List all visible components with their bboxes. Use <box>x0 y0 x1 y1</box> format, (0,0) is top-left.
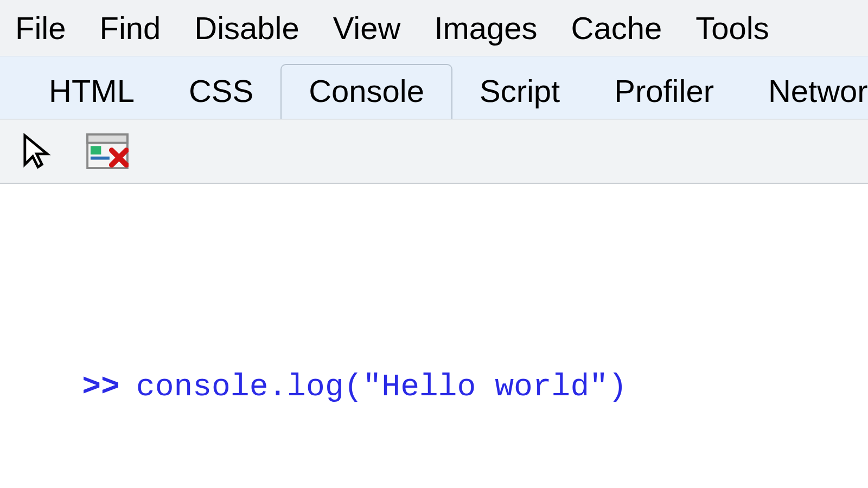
menu-find[interactable]: Find <box>99 10 161 46</box>
menu-view[interactable]: View <box>333 10 401 46</box>
tab-css[interactable]: CSS <box>162 65 280 119</box>
console-prompt: >> <box>82 369 120 404</box>
menu-images[interactable]: Images <box>434 10 537 46</box>
menu-bar: File Find Disable View Images Cache Tool… <box>0 0 868 56</box>
cursor-icon <box>22 132 54 170</box>
console-toolbar <box>0 119 868 184</box>
tab-console[interactable]: Console <box>280 64 452 119</box>
console-output-panel[interactable]: >>console.log("Hello world") LOG: Hello … <box>0 184 868 488</box>
tab-network[interactable]: Network <box>741 65 868 119</box>
menu-cache[interactable]: Cache <box>571 10 662 46</box>
menu-tools[interactable]: Tools <box>695 10 769 46</box>
tab-html[interactable]: HTML <box>22 65 162 119</box>
tab-script[interactable]: Script <box>452 65 587 119</box>
console-input-line: >>console.log("Hello world") <box>7 307 861 467</box>
clear-console-icon <box>86 133 129 169</box>
tab-strip: HTML CSS Console Script Profiler Network <box>0 56 868 119</box>
tab-profiler[interactable]: Profiler <box>587 65 741 119</box>
menu-disable[interactable]: Disable <box>194 10 299 46</box>
menu-file[interactable]: File <box>15 10 66 46</box>
svg-rect-3 <box>91 157 110 160</box>
select-element-button[interactable] <box>16 130 60 173</box>
svg-rect-2 <box>91 146 101 155</box>
clear-console-button[interactable] <box>86 130 129 173</box>
console-input-text: console.log("Hello world") <box>136 369 627 404</box>
svg-rect-1 <box>87 134 127 143</box>
